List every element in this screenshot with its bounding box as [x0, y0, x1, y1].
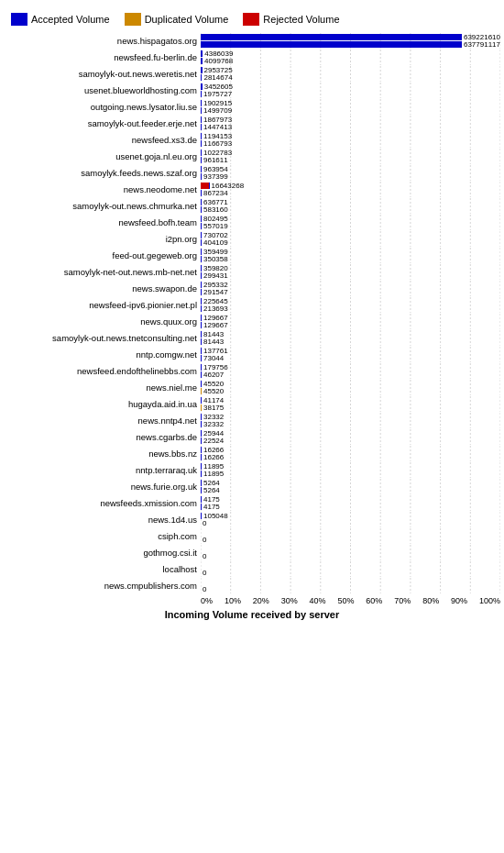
- offered-value: 0: [203, 519, 206, 527]
- x-axis-tick: 30%: [281, 596, 298, 605]
- server-label: hugayda.aid.in.ua: [4, 399, 201, 409]
- table-row: news.nntp4.net3233232332: [4, 413, 500, 428]
- offered-value: 46207: [203, 371, 224, 379]
- table-row: news.swapon.de295332291547: [4, 281, 500, 296]
- x-axis-tick: 70%: [394, 596, 411, 605]
- table-row: localhost0: [4, 561, 500, 577]
- offered-value: 4175: [203, 503, 220, 511]
- bar-section: 4552045520: [201, 380, 500, 395]
- server-label: news.swapon.de: [4, 283, 201, 294]
- server-label: newsfeed.xs3.de: [4, 135, 201, 145]
- server-label: news.cgarbs.de: [4, 432, 201, 442]
- offered-value: 1499709: [203, 106, 232, 115]
- accepted-bar: [201, 67, 203, 73]
- server-label: samoylyk-net-out.news.mb-net.net: [4, 267, 201, 277]
- legend-accepted-label: Accepted Volume: [31, 14, 110, 25]
- x-axis-tick: 100%: [479, 596, 500, 605]
- offered-bar: [201, 190, 202, 196]
- bar-section: 0: [201, 561, 500, 577]
- offered-bar: [201, 504, 202, 510]
- duplicated-color-box: [125, 13, 141, 26]
- offered-bar: [201, 173, 202, 180]
- table-row: gothmog.csi.it0: [4, 545, 500, 560]
- table-row: samoylyk-out.news.chmurka.net63677158316…: [4, 198, 500, 214]
- offered-bar: [201, 157, 202, 163]
- offered-bar: [201, 91, 202, 97]
- x-axis-tick: 80%: [422, 596, 439, 605]
- table-row: newsfeed.xs3.de11941531166793: [4, 132, 500, 148]
- offered-value: 557019: [203, 222, 228, 230]
- table-row: newsfeed-ipv6.pionier.net.pl225645213693: [4, 297, 500, 313]
- table-row: usenet.goja.nl.eu.org1022783961611: [4, 149, 500, 164]
- bar-section: 34526051975727: [201, 83, 500, 98]
- accepted-bar: [201, 447, 202, 453]
- table-row: usenet.blueworldhosting.com3452605197572…: [4, 83, 500, 98]
- bar-section: 359499350358: [201, 248, 500, 263]
- accepted-bar: [201, 116, 202, 123]
- offered-value: 73044: [203, 354, 224, 362]
- offered-value: 0: [203, 536, 206, 544]
- offered-value: 32332: [203, 420, 224, 428]
- x-axis: 0%10%20%30%40%50%60%70%80%90%100%: [201, 596, 500, 605]
- offered-value: 350358: [203, 255, 228, 263]
- table-row: feed-out.gegeweb.org359499350358: [4, 248, 500, 263]
- table-row: outgoing.news.lysator.liu.se190291514997…: [4, 99, 500, 115]
- table-row: news.cmpublishers.com0: [4, 578, 500, 593]
- accepted-bar: [201, 397, 202, 404]
- offered-bar: [201, 41, 462, 48]
- x-axis-title: Incoming Volume received by server: [4, 609, 500, 620]
- offered-value: 45520: [203, 387, 224, 395]
- offered-value: 0: [203, 585, 206, 593]
- server-label: csiph.com: [4, 531, 201, 541]
- accepted-bar: [201, 315, 202, 321]
- offered-bar: [201, 305, 202, 312]
- accepted-bar: [201, 381, 202, 387]
- bar-section: 129667129667: [201, 314, 500, 329]
- offered-value: 2814674: [203, 73, 232, 82]
- legend-duplicated-label: Duplicated Volume: [145, 14, 229, 25]
- accepted-bar: [201, 463, 202, 470]
- legend-rejected: Rejected Volume: [243, 13, 339, 26]
- offered-bar: [201, 107, 202, 114]
- x-axis-tick: 40%: [310, 596, 326, 605]
- offered-value: 11895: [203, 470, 224, 478]
- accepted-bar: [201, 513, 202, 519]
- server-label: samoylyk-out.news.chmurka.net: [4, 201, 201, 211]
- bar-section: 8144381443: [201, 330, 500, 346]
- bar-section: 19029151499709: [201, 99, 500, 115]
- offered-value: 583160: [203, 205, 228, 214]
- bar-section: 18679731447413: [201, 116, 500, 131]
- offered-value: 1447413: [203, 123, 232, 131]
- offered-value: 291547: [203, 288, 228, 296]
- table-row: newsfeeds.xmission.com41754175: [4, 495, 500, 511]
- rejected-color-box: [243, 13, 259, 26]
- bar-section: 1189511895: [201, 462, 500, 478]
- offered-bar: [201, 355, 202, 361]
- x-axis-tick: 10%: [225, 596, 241, 605]
- legend-duplicated: Duplicated Volume: [125, 13, 229, 26]
- bar-section: 11941531166793: [201, 132, 500, 148]
- accepted-bar: [201, 480, 202, 486]
- offered-value: 1975727: [203, 90, 232, 98]
- accepted-bar: [201, 232, 202, 238]
- bar-section: 963954937399: [201, 165, 500, 181]
- offered-bar: [201, 487, 202, 493]
- chart-container: Accepted Volume Duplicated Volume Reject…: [0, 0, 504, 657]
- server-label: news.quux.org: [4, 316, 201, 327]
- bar-section: 1626616266: [201, 446, 500, 461]
- offered-bar: [201, 388, 202, 394]
- server-label: samoylyk-out.news.weretis.net: [4, 69, 201, 79]
- server-label: newsfeed-ipv6.pionier.net.pl: [4, 300, 201, 310]
- offered-bar: [201, 421, 202, 427]
- offered-value: 22524: [203, 437, 224, 445]
- table-row: nntp.terraraq.uk1189511895: [4, 462, 500, 478]
- server-label: outgoing.news.lysator.liu.se: [4, 102, 201, 112]
- accepted-bar: [201, 150, 202, 156]
- bar-section: 4117438175: [201, 396, 500, 412]
- bar-section: 16643268867234: [201, 182, 500, 197]
- table-row: news.furie.org.uk52645264: [4, 479, 500, 494]
- server-label: news.cmpublishers.com: [4, 581, 201, 591]
- offered-bar: [201, 454, 202, 460]
- server-label: gothmog.csi.it: [4, 548, 201, 558]
- accepted-bar: [201, 282, 202, 288]
